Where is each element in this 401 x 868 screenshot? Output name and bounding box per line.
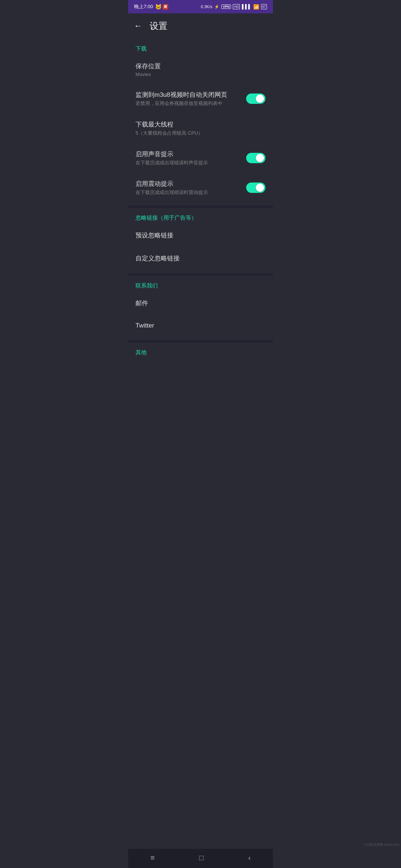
setting-text-sound-alert: 启用声音提示 在下载完成或出现错误时声音提示 <box>136 150 246 166</box>
setting-title-sound-alert: 启用声音提示 <box>136 150 246 158</box>
section-label-ignore: 忽略链接（用于广告等） <box>128 208 273 224</box>
status-left: 晚上7:00 🐱 厨 <box>134 3 168 10</box>
setting-text-twitter: Twitter <box>136 322 265 331</box>
setting-item-save-location[interactable]: 保存位置 Movies <box>128 55 273 84</box>
cat-icon: 🐱 <box>155 4 162 10</box>
hd-badge: HD <box>233 4 240 10</box>
setting-subtitle-sound-alert: 在下载完成或出现错误时声音提示 <box>136 160 246 166</box>
setting-text-custom-ignore: 自定义忽略链接 <box>136 254 265 264</box>
setting-text-auto-close: 监测到m3u8视频时自动关闭网页 若禁用，应用会将视频存放至视频列表中 <box>136 91 246 107</box>
content: 下载 保存位置 Movies 监测到m3u8视频时自动关闭网页 若禁用，应用会将… <box>128 39 273 389</box>
status-time: 晚上7:00 <box>134 3 153 10</box>
toggle-knob-sound-alert <box>256 154 264 162</box>
toggle-knob-auto-close <box>256 95 264 103</box>
app-icon: 厨 <box>163 4 168 10</box>
status-right: 0.3K/s ⚡ VPN HD ▌▌▌ 📶 67 <box>201 4 267 10</box>
toggle-sound-alert[interactable] <box>246 153 265 163</box>
status-icons: 🐱 厨 <box>155 4 168 10</box>
bluetooth-icon: ⚡ <box>214 4 219 9</box>
setting-text-email: 邮件 <box>136 299 265 309</box>
setting-item-custom-ignore[interactable]: 自定义忽略链接 <box>128 247 273 270</box>
setting-title-custom-ignore: 自定义忽略链接 <box>136 254 265 263</box>
bottom-spacer <box>128 359 273 389</box>
setting-subtitle-save-location: Movies <box>136 72 265 77</box>
wifi-icon: 📶 <box>253 4 259 10</box>
vpn-badge: VPN <box>221 4 231 9</box>
setting-title-preset-ignore: 预设忽略链接 <box>136 231 265 240</box>
setting-title-vibrate-alert: 启用震动提示 <box>136 180 246 188</box>
toggle-vibrate-alert[interactable] <box>246 183 265 193</box>
setting-item-sound-alert[interactable]: 启用声音提示 在下载完成或出现错误时声音提示 <box>128 143 273 173</box>
battery-icon: 67 <box>261 4 267 9</box>
setting-text-max-threads: 下载最大线程 5（大量线程会占用较高 CPU） <box>136 120 265 137</box>
setting-text-preset-ignore: 预设忽略链接 <box>136 231 265 241</box>
setting-title-max-threads: 下载最大线程 <box>136 120 265 129</box>
setting-item-max-threads[interactable]: 下载最大线程 5（大量线程会占用较高 CPU） <box>128 114 273 143</box>
setting-subtitle-auto-close: 若禁用，应用会将视频存放至视频列表中 <box>136 100 246 107</box>
setting-title-save-location: 保存位置 <box>136 62 265 70</box>
setting-text-save-location: 保存位置 Movies <box>136 62 265 77</box>
setting-item-vibrate-alert[interactable]: 启用震动提示 在下载完成或出现错误时震动提示 <box>128 173 273 203</box>
setting-item-email[interactable]: 邮件 <box>128 292 273 315</box>
section-label-contact: 联系我们 <box>128 276 273 292</box>
section-label-other: 其他 <box>128 342 273 359</box>
setting-item-twitter[interactable]: Twitter <box>128 315 273 337</box>
toggle-auto-close[interactable] <box>246 93 265 104</box>
back-button[interactable]: ← <box>134 22 142 30</box>
setting-title-email: 邮件 <box>136 299 265 308</box>
setting-item-preset-ignore[interactable]: 预设忽略链接 <box>128 224 273 247</box>
setting-title-auto-close: 监测到m3u8视频时自动关闭网页 <box>136 91 246 99</box>
setting-subtitle-vibrate-alert: 在下载完成或出现错误时震动提示 <box>136 189 246 196</box>
setting-title-twitter: Twitter <box>136 322 265 329</box>
header: ← 设置 <box>128 13 273 39</box>
page-title: 设置 <box>150 20 167 32</box>
status-bar: 晚上7:00 🐱 厨 0.3K/s ⚡ VPN HD ▌▌▌ 📶 67 <box>128 0 273 13</box>
setting-item-auto-close[interactable]: 监测到m3u8视频时自动关闭网页 若禁用，应用会将视频存放至视频列表中 <box>128 84 273 114</box>
setting-text-vibrate-alert: 启用震动提示 在下载完成或出现错误时震动提示 <box>136 180 246 196</box>
toggle-knob-vibrate-alert <box>256 184 264 192</box>
section-label-download: 下载 <box>128 39 273 55</box>
signal-icon: ▌▌▌ <box>242 4 251 9</box>
network-speed: 0.3K/s <box>201 4 212 9</box>
setting-subtitle-max-threads: 5（大量线程会占用较高 CPU） <box>136 130 265 137</box>
